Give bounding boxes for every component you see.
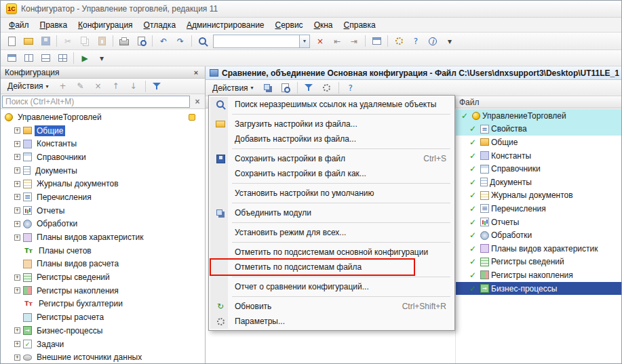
delete-button[interactable] — [90, 79, 106, 94]
compare-tree-item[interactable]: Свойства — [456, 123, 621, 136]
clear-button[interactable] — [312, 34, 328, 48]
merge-button[interactable] — [260, 81, 276, 95]
actions-menu-button[interactable]: Действия ▾ — [3, 79, 54, 93]
menubar-item[interactable]: Окна — [309, 18, 338, 32]
add-button[interactable] — [55, 79, 71, 94]
menubar-item[interactable]: Справка — [338, 18, 381, 32]
config-tree-item[interactable]: +Документы — [1, 164, 205, 178]
windows-button[interactable] — [368, 34, 385, 48]
config-tree-item[interactable]: +Перечисления — [1, 190, 205, 204]
filter-button[interactable] — [149, 79, 166, 94]
compare-tree-item[interactable]: Перечисления — [456, 202, 621, 216]
compare-tree-item[interactable]: Общие — [456, 136, 621, 149]
actions-menu-item[interactable]: ОбновитьCtrl+Shift+R — [210, 299, 453, 314]
layout-4-button[interactable] — [54, 51, 71, 65]
config-tree-item[interactable]: Регистры расчета — [1, 310, 205, 324]
config-tree-item[interactable]: +Обработки — [1, 218, 205, 231]
config-tree-item[interactable]: +Константы — [1, 137, 205, 150]
gear-button[interactable] — [319, 81, 335, 95]
combobox-dropdown-icon[interactable]: ▼ — [300, 35, 310, 48]
close-panel-icon[interactable]: × — [191, 68, 201, 77]
layout-2-button[interactable] — [20, 51, 37, 65]
expander-plus-icon[interactable]: + — [14, 275, 20, 281]
config-tree-item[interactable]: +Регистры накопления — [1, 284, 205, 298]
print-button[interactable] — [116, 34, 132, 48]
actions-menu-item[interactable]: Отчет о сравнении конфигураций... — [210, 279, 453, 294]
config-tree-item[interactable]: +Журналы документов — [1, 177, 205, 190]
menubar-item[interactable]: Конфигурация — [73, 18, 138, 32]
compare-tree-item[interactable]: Регистры накопления — [456, 268, 621, 282]
open-folder-button[interactable] — [20, 34, 37, 48]
compare-tree-item[interactable]: Планы видов характеристик — [456, 242, 621, 256]
move-down-button[interactable] — [125, 79, 142, 94]
more-arrow-button[interactable] — [442, 34, 458, 48]
compare-tree-item[interactable]: Бизнес-процессы — [456, 282, 621, 296]
compare-tree-item[interactable]: Документы — [456, 176, 621, 189]
search-input[interactable] — [2, 96, 190, 108]
layout-3-button[interactable] — [37, 51, 54, 65]
filter-button[interactable] — [301, 81, 317, 95]
config-tree-item[interactable]: +Общие — [1, 124, 205, 138]
copy-button[interactable] — [77, 34, 93, 48]
config-tree-item[interactable]: Планы счетов — [1, 244, 205, 258]
save-button[interactable] — [37, 34, 54, 48]
file-column-header[interactable]: Файл — [459, 98, 480, 107]
debug-start-button[interactable] — [77, 51, 93, 65]
compare-actions-menu-button[interactable]: Действия ▾ — [208, 81, 258, 95]
actions-menu-item[interactable]: Загрузить настройки из файла... — [210, 117, 453, 132]
config-tree-item[interactable]: Планы видов расчета — [1, 258, 205, 271]
compare-tree-item[interactable]: УправлениеТорговлей — [456, 109, 621, 123]
actions-menu-item[interactable]: Параметры... — [210, 314, 453, 329]
info-button[interactable] — [425, 34, 441, 48]
preview-button[interactable] — [277, 81, 294, 95]
config-tree-item[interactable]: УправлениеТорговлей — [1, 110, 205, 124]
compare-tree-item[interactable]: Обработки — [456, 228, 621, 242]
syntax-check-button[interactable] — [391, 34, 407, 48]
config-tree-item[interactable]: +Справочники — [1, 150, 205, 164]
actions-menu-item[interactable]: Сохранить настройки в файлCtrl+S — [210, 151, 453, 166]
redo-button[interactable] — [172, 34, 189, 48]
menubar-item[interactable]: Администрирование — [181, 18, 269, 32]
actions-menu-item[interactable]: Добавить настройки из файла... — [210, 132, 453, 146]
menubar-item[interactable]: Сервис — [270, 18, 309, 32]
layout-1-button[interactable] — [3, 51, 20, 65]
cut-button[interactable] — [60, 34, 76, 48]
compare-tree-item[interactable]: Отчеты — [456, 216, 621, 229]
expander-plus-icon[interactable]: + — [14, 207, 20, 214]
column-divider[interactable] — [455, 96, 456, 108]
move-up-button[interactable] — [108, 79, 124, 94]
expander-plus-icon[interactable]: + — [14, 221, 20, 227]
config-tree-item[interactable]: +Задачи — [1, 338, 205, 351]
compare-window-titlebar[interactable]: Сравнение, объединение Основная конфигур… — [206, 66, 621, 80]
menubar-item[interactable]: Правка — [35, 18, 73, 32]
expander-plus-icon[interactable]: + — [14, 167, 20, 174]
expander-plus-icon[interactable]: + — [14, 194, 20, 200]
find-button[interactable] — [195, 34, 211, 48]
menubar-item[interactable]: Файл — [3, 18, 35, 32]
actions-menu-item[interactable]: Установить режим для всех... — [210, 225, 453, 240]
expander-plus-icon[interactable]: + — [14, 341, 20, 347]
compare-tree-item[interactable]: Справочники — [456, 162, 621, 176]
help-button[interactable] — [408, 34, 424, 48]
compare-tree-item[interactable]: Журналы документов — [456, 189, 621, 203]
paste-button[interactable] — [94, 34, 110, 48]
undo-button[interactable] — [155, 34, 172, 48]
preview-button[interactable] — [133, 34, 149, 48]
more-arrow-button[interactable] — [94, 51, 110, 65]
bookmark-prev-button[interactable] — [329, 34, 345, 48]
actions-menu-item[interactable]: Объединить модули — [210, 205, 453, 220]
help-button[interactable] — [343, 81, 359, 95]
actions-menu-item[interactable]: Отметить по подсистемам основной конфигу… — [210, 245, 453, 260]
menubar-item[interactable]: Отладка — [138, 18, 181, 32]
config-tree-item[interactable]: +Регистры сведений — [1, 270, 205, 284]
actions-menu-item[interactable]: Сохранить настройки в файл как... — [210, 166, 453, 181]
expander-plus-icon[interactable]: + — [14, 154, 20, 160]
compare-tree-item[interactable]: Константы — [456, 149, 621, 163]
edit-button[interactable] — [73, 79, 89, 94]
config-tree-item[interactable]: +Внешние источники данных — [1, 350, 205, 363]
expander-plus-icon[interactable]: + — [14, 327, 20, 333]
expander-plus-icon[interactable]: + — [14, 355, 20, 361]
expander-plus-icon[interactable]: + — [14, 127, 20, 134]
actions-menu-item[interactable]: Установить настройки по умолчанию — [210, 186, 453, 201]
config-tree-item[interactable]: +Отчеты — [1, 204, 205, 218]
